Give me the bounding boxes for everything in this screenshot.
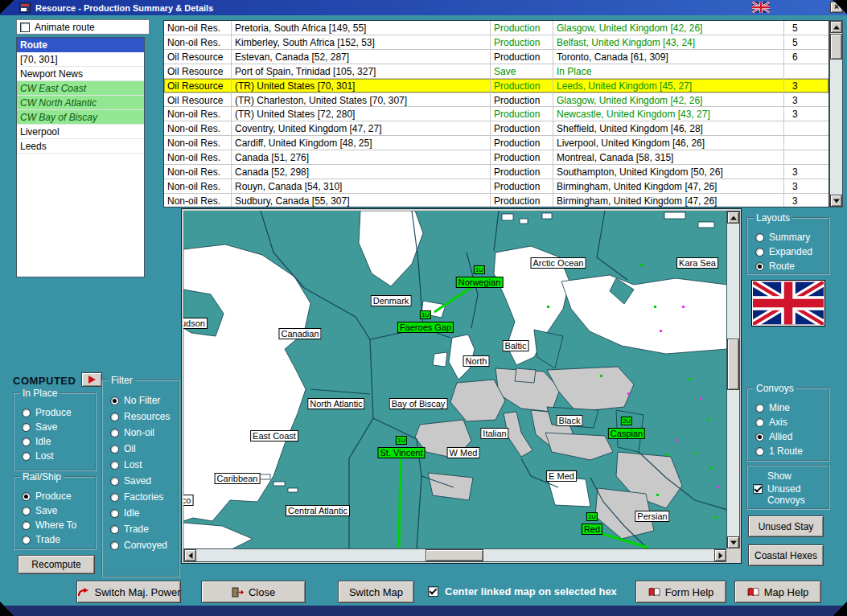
map-hscroll-thumb[interactable] — [426, 549, 483, 561]
route-list-item[interactable]: Liverpool — [17, 125, 144, 139]
close-window-button[interactable]: × — [830, 2, 843, 13]
map-scroll-left-button[interactable] — [184, 549, 196, 561]
show-unused-checkbox[interactable] — [753, 484, 763, 494]
resource-table-row[interactable]: Non-oil Res.Coventry, United Kingdom [47… — [164, 121, 828, 136]
route-list-item[interactable]: CW Bay of Biscay — [17, 110, 144, 125]
table-cell: Non-oil Res. — [164, 194, 232, 207]
radio-icon — [755, 418, 764, 427]
resource-table-row[interactable]: Oil Resource(TR) Charleston, United Stat… — [164, 93, 828, 108]
radio-option-convoyed[interactable]: Convoyed — [103, 537, 179, 553]
radio-label: Where To — [35, 519, 76, 531]
route-list-item[interactable]: CW East Coast — [17, 81, 144, 96]
table-cell: 5 — [784, 35, 828, 49]
table-scroll-up-button[interactable] — [830, 21, 842, 33]
resource-table-row[interactable]: Non-oil Res.Rouyn, Canada [54, 310]Produ… — [164, 179, 828, 194]
radio-option-trade[interactable]: Trade — [14, 532, 95, 547]
radio-icon — [110, 413, 119, 421]
radio-icon — [22, 409, 31, 417]
switch-major-power-button[interactable]: Switch Maj. Power — [76, 581, 181, 603]
route-list-item[interactable]: [70, 301] — [17, 52, 144, 67]
resource-table-row[interactable]: Oil ResourcePort of Spain, Trinidad [105… — [164, 64, 828, 79]
radio-option-lost[interactable]: Lost — [14, 449, 95, 463]
table-cell: Production — [491, 150, 553, 164]
table-cell: Production — [491, 35, 553, 49]
table-scroll-thumb[interactable] — [830, 34, 842, 60]
map-vscroll-thumb[interactable] — [727, 339, 739, 390]
table-cell: 3 — [784, 179, 828, 193]
radio-option-expanded[interactable]: Expanded — [748, 244, 828, 259]
resource-table-row[interactable]: Oil ResourceEstevan, Canada [52, 287]Pro… — [164, 50, 828, 64]
map-help-button[interactable]: Map Help — [734, 581, 821, 603]
radio-option-lost[interactable]: Lost — [103, 457, 179, 473]
route-listbox[interactable]: Route [70, 301]Newport NewsCW East Coast… — [16, 37, 145, 277]
radio-option-allied[interactable]: Allied — [748, 429, 828, 444]
radio-label: Oil — [124, 443, 136, 454]
radio-option-non-oil[interactable]: Non-oil — [103, 425, 179, 441]
radio-option-1-route[interactable]: 1 Route — [748, 444, 828, 458]
close-button[interactable]: Close — [201, 581, 306, 603]
radio-option-summary[interactable]: Summary — [748, 230, 828, 244]
layouts-group-title: Layouts — [754, 212, 792, 224]
unused-stay-button[interactable]: Unused Stay — [748, 515, 824, 537]
resource-table[interactable]: Non-oil Res.Pretoria, South Africa [149,… — [163, 20, 829, 207]
radio-option-produce[interactable]: Produce — [14, 489, 95, 503]
table-scrollbar[interactable] — [829, 20, 843, 207]
radio-option-produce[interactable]: Produce — [14, 405, 95, 420]
radio-option-saved[interactable]: Saved — [103, 473, 179, 489]
resource-dot — [660, 330, 662, 332]
map-horizontal-scrollbar[interactable] — [183, 548, 727, 562]
radio-option-route[interactable]: Route — [748, 259, 828, 273]
table-cell: Sheffield, United Kingdom [46, 28] — [553, 121, 784, 135]
radio-option-resources[interactable]: Resources — [103, 409, 179, 425]
form-help-button[interactable]: Form Help — [635, 581, 726, 603]
coastal-hexes-button[interactable]: Coastal Hexes — [748, 544, 824, 566]
radio-option-save[interactable]: Save — [14, 503, 95, 518]
route-list-item[interactable]: CW North Atlantic — [17, 96, 144, 110]
radio-option-where-to[interactable]: Where To — [14, 518, 95, 532]
animate-route-toggle[interactable]: Animate route — [16, 19, 150, 35]
radio-option-idle[interactable]: Idle — [103, 505, 179, 521]
center-map-toggle[interactable]: Center linked map on selected hex — [428, 585, 617, 598]
resource-table-row[interactable]: Non-oil Res.Canada [52, 298]ProductionSo… — [164, 165, 828, 179]
map-vertical-scrollbar[interactable] — [726, 211, 740, 549]
map-scroll-up-button[interactable] — [727, 211, 739, 224]
table-cell: Rouyn, Canada [54, 310] — [232, 179, 491, 193]
radio-option-mine[interactable]: Mine — [748, 400, 828, 415]
map-scroll-right-button[interactable] — [714, 549, 726, 561]
resource-table-row[interactable]: Non-oil Res.(TR) United States [72, 280]… — [164, 107, 828, 121]
titlebar[interactable]: Resource - Production Summary & Details … — [0, 0, 847, 15]
route-list-item[interactable]: Leeds — [17, 139, 144, 154]
resource-table-row[interactable]: Non-oil Res.Kimberley, South Africa [152… — [164, 35, 828, 50]
map-scroll-down-button[interactable] — [727, 536, 739, 548]
resource-dot — [689, 378, 691, 380]
resource-table-row[interactable]: Non-oil Res.Canada [51, 276]ProductionMo… — [164, 150, 828, 165]
switch-map-button[interactable]: Switch Map — [338, 581, 414, 603]
radio-option-oil[interactable]: Oil — [103, 441, 179, 457]
map-viewport[interactable]: Arctic OceanKara SeaNorwegian1UDenmarkCa… — [183, 211, 727, 549]
rail-ship-radio-group: ProduceSaveWhere ToTrade — [14, 489, 95, 547]
route-list-item[interactable]: Newport News — [17, 67, 144, 81]
resource-table-row[interactable]: Oil Resource(TR) United States [70, 301]… — [164, 79, 828, 93]
resource-table-row[interactable]: Non-oil Res.Pretoria, South Africa [149,… — [164, 21, 828, 35]
table-scroll-down-button[interactable] — [830, 195, 842, 207]
table-cell: Oil Resource — [164, 64, 232, 78]
radio-option-save[interactable]: Save — [14, 420, 95, 434]
radio-option-no-filter[interactable]: No Filter — [103, 392, 179, 409]
radio-option-factories[interactable]: Factories — [103, 489, 179, 505]
radio-option-idle[interactable]: Idle — [14, 434, 95, 449]
radio-icon — [110, 525, 119, 534]
convoy-route-line — [434, 286, 473, 312]
radio-option-axis[interactable]: Axis — [748, 415, 828, 429]
radio-label: Save — [35, 505, 57, 516]
center-map-label: Center linked map on selected hex — [445, 585, 617, 598]
radio-option-trade[interactable]: Trade — [103, 521, 179, 537]
computed-arrow-button[interactable] — [81, 372, 102, 387]
table-cell: 3 — [784, 194, 828, 207]
recompute-button[interactable]: Recompute — [18, 555, 95, 574]
table-cell: Non-oil Res. — [164, 35, 232, 49]
resource-table-row[interactable]: Non-oil Res.Sudbury, Canada [55, 307]Pro… — [164, 194, 828, 207]
center-map-checkbox[interactable] — [428, 586, 438, 597]
radio-icon — [22, 536, 31, 544]
animate-route-checkbox[interactable] — [20, 23, 30, 32]
resource-table-row[interactable]: Non-oil Res.Cardiff, United Kingdom [48,… — [164, 136, 828, 150]
